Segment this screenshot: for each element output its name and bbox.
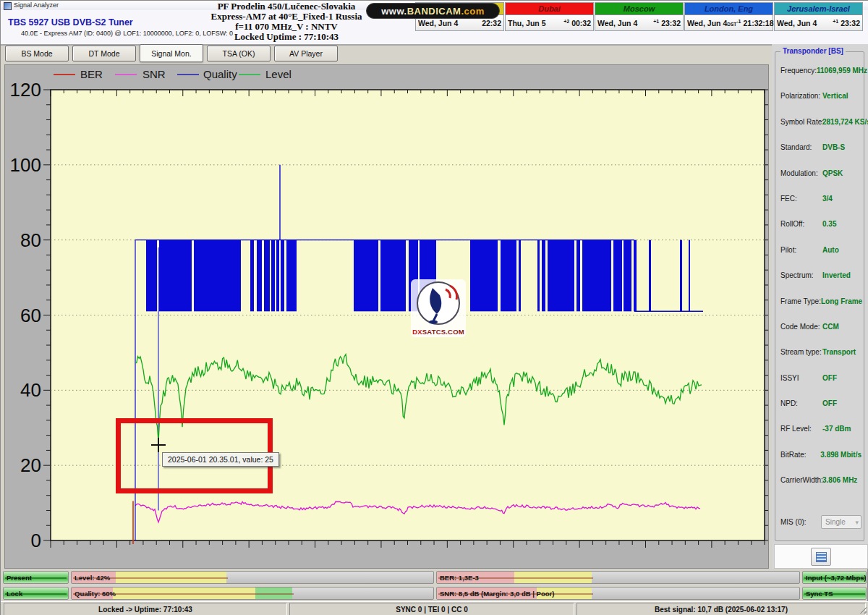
series-quality-block	[519, 240, 521, 312]
series-quality-block	[159, 240, 192, 312]
watermark-suffix: .com	[461, 6, 484, 17]
watermark-brand: BANDICAM	[407, 6, 461, 17]
signal-bar-label: Lock	[7, 590, 22, 598]
clock-utc-offset: DST-1	[727, 19, 741, 27]
row-value: Auto	[822, 246, 839, 254]
tab-signal-mon[interactable]: Signal Mon.	[140, 44, 203, 62]
signal-bar-snr-8-5-db-margin-3-0-db-poor: SNR: 8,5 dB (Margin: 3,0 dB | Poor)	[436, 587, 800, 600]
transponder-row-polarization: Polarization:Vertical	[780, 92, 861, 117]
clock-datetime: Wed, Jun 4DST-121:32:18	[685, 15, 773, 30]
transponder-row-frequency: Frequency:11069,959 MHz	[780, 67, 861, 92]
clock-datetime: Thu, Jun 5+200:32	[506, 15, 593, 30]
signal-bar-label: BER: 1,3E-3	[440, 574, 479, 582]
legend-label-level: Level	[265, 68, 292, 80]
row-label: ISSYI	[780, 374, 822, 382]
app-window: Signal Analyzer TBS 5927 USB DVB-S2 Tune…	[0, 0, 868, 615]
row-label: Frame Type:	[780, 297, 821, 305]
status-text: Best signal: 10,7 dB (2025-06-02 13:17)	[655, 606, 788, 614]
tab-dt-mode[interactable]: DT Mode	[72, 46, 136, 62]
tab-av-player[interactable]: AV Player	[274, 46, 338, 62]
clock-moscow: MoscowWed, Jun 4+123:32	[595, 2, 684, 31]
clock-date: Thu, Jun 5	[508, 19, 546, 27]
series-quality-block	[649, 240, 651, 312]
y-axis-label-60: 60	[20, 305, 41, 326]
clock-dst-label: DST	[727, 21, 736, 26]
transponder-row-standard: Standard:DVB-S	[780, 143, 861, 169]
transponder-row-rolloff: RollOff:0.35	[780, 220, 861, 245]
series-quality-block	[271, 240, 275, 312]
transponder-row-frame-type: Frame Type:Long Frame	[780, 297, 861, 323]
transponder-rows: Frequency:11069,959 MHzPolarization:Vert…	[780, 67, 861, 502]
series-quality-block	[582, 240, 611, 312]
row-value: QPSK	[822, 169, 843, 177]
series-quality-block	[624, 240, 631, 312]
clock-utc-offset: +1	[653, 19, 659, 27]
signal-bar-label: Level: 42%	[75, 574, 110, 582]
transponder-row-pilot: Pilot:Auto	[780, 246, 861, 271]
row-label: Polarization:	[780, 92, 822, 100]
series-quality-block	[689, 240, 690, 312]
header-note: PF Prodelin 450/Lučenec-Slovakia Express…	[185, 1, 388, 42]
series-quality-block	[680, 240, 682, 312]
transponder-row-bitrate: BitRate:3.898 Mbit/s	[780, 451, 861, 476]
clock-datetime: Wed, Jun 4+123:32	[775, 15, 862, 30]
chevron-down-icon: ▾	[855, 519, 859, 526]
clock-utc-offset: +2	[563, 19, 569, 27]
row-value: 11069,959 MHz	[817, 67, 867, 75]
clock-time: 22:32	[482, 19, 501, 27]
legend-label-quality: Quality	[203, 68, 237, 80]
row-value: 3/4	[822, 195, 833, 203]
status-text: Locked -> Uptime: 77:10:43	[98, 606, 192, 614]
series-quality-block	[250, 240, 254, 312]
y-axis-label-40: 40	[20, 379, 41, 401]
clock-time: 00:32	[571, 19, 591, 27]
window-title: Signal Analyzer	[14, 1, 59, 9]
sidebar-tool-button[interactable]	[811, 548, 831, 566]
transponder-groupbox: Transponder [BS] Frequency:11069,959 MHz…	[775, 51, 864, 541]
header-note-line-4: Locked Uptime : 77:10:43	[185, 32, 388, 42]
crosshair-cursor-v	[158, 438, 159, 452]
row-label: CarrierWidth:	[780, 476, 822, 484]
status-section-1: Locked -> Uptime: 77:10:43	[4, 603, 287, 615]
y-axis-label-120: 120	[10, 79, 41, 101]
signal-monitor-panel: 020406080100120BERSNRQualityLevel DXSATC…	[4, 64, 769, 569]
y-axis-label-80: 80	[20, 229, 41, 251]
clock-city-label: Jerusalem-Israel	[775, 3, 862, 15]
series-quality-block	[286, 240, 297, 312]
tab-tsa-ok[interactable]: TSA (OK)	[207, 46, 271, 62]
row-label: FEC:	[780, 195, 822, 203]
series-quality-block	[354, 240, 378, 312]
tab-bs-mode[interactable]: BS Mode	[5, 46, 69, 62]
row-value: 3.806 MHz	[822, 476, 857, 484]
series-quality-block	[470, 240, 498, 312]
clock-city-label: Dubai	[506, 3, 593, 15]
signal-bar-label: Input (~3,72 Mbps)	[806, 574, 867, 582]
row-value: 3.898 Mbit/s	[820, 451, 861, 459]
status-text: SYNC 0 | TEI 0 | CC 0	[396, 606, 468, 614]
y-axis-label-0: 0	[31, 530, 41, 551]
clock-time: 21:32:18	[743, 19, 773, 27]
legend-label-ber: BER	[80, 68, 103, 80]
header-note-line-3: f=11 070 MHz_V : NNTV	[185, 22, 388, 32]
transponder-row-carrierwidth: CarrierWidth:3.806 MHz	[780, 476, 861, 501]
clock-time: 23:32	[661, 19, 681, 27]
bandicam-watermark: www.BANDICAM.com	[366, 3, 500, 19]
y-axis-label-100: 100	[10, 154, 41, 176]
series-quality-block	[264, 240, 270, 312]
row-label: NPD:	[780, 399, 822, 407]
clock-city-label: Moscow	[595, 3, 683, 15]
sidebar-bottom-panel	[774, 544, 868, 569]
series-quality-block	[501, 240, 516, 312]
row-label: BitRate:	[780, 451, 820, 459]
series-quality-block	[146, 240, 157, 312]
signal-bar-label: Quality: 60%	[75, 590, 116, 598]
row-label: Code Mode:	[780, 323, 822, 331]
dxsatcs-logo: DXSATCS.COM	[411, 279, 466, 337]
row-value: DVB-S	[822, 143, 845, 151]
signal-bar-label: SNR: 8,5 dB (Margin: 3,0 dB | Poor)	[440, 590, 554, 598]
mis-dropdown[interactable]: Single ▾	[821, 515, 861, 529]
row-label: RollOff:	[780, 220, 822, 228]
transponder-row-rf-level: RF Level:-37 dBm	[780, 425, 861, 450]
y-axis-label-20: 20	[20, 454, 41, 476]
transponder-row-spectrum: Spectrum:Inverted	[780, 271, 861, 297]
